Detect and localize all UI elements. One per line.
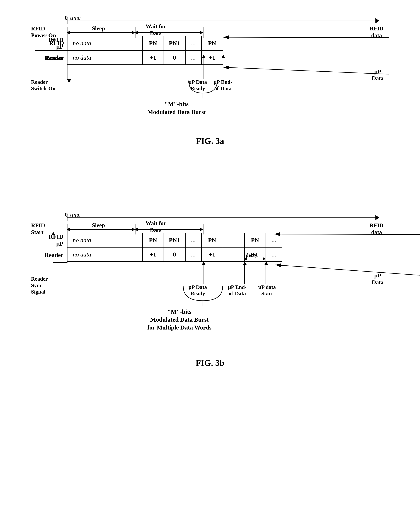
pn-cell-1: PN (142, 36, 164, 51)
time-zero: 0 (65, 14, 68, 21)
svg-line-9 (275, 265, 420, 276)
pn-cell-2: PN (201, 36, 223, 51)
rfid-label-3b: RFID (48, 233, 63, 240)
row-labels-left-3b: RFID μP Reader (31, 233, 66, 262)
reader-sync-shaft (52, 233, 53, 263)
wait-label-3b: Wait forData (146, 220, 166, 234)
time-axis-arrow (375, 18, 379, 23)
up-data-ready-vline-3a (203, 55, 203, 79)
fig3b-caption: FIG. 3b (31, 358, 389, 368)
time-zero-3b: 0 (65, 211, 68, 218)
dots-cell-2-3b: ... (266, 233, 282, 247)
up-label-3a: μP (56, 43, 63, 50)
up-end-data-vline-3b (244, 262, 245, 284)
plus1-cell-2-3b: +1 (201, 247, 223, 262)
up-data-start-head-3b (264, 262, 268, 265)
up-data-ready-label-3b: μP DataReady (189, 284, 207, 297)
wait-arrow-3b (135, 227, 203, 232)
rfid-label-3a: RFID (48, 37, 63, 43)
dots-cell-3-3b: ... (185, 247, 201, 262)
reader-label-3a-wrapper: Reader (31, 51, 66, 66)
rfid-up-label: RFID μP (31, 36, 66, 51)
reader-switchon-label: ReaderSwitch-On (31, 79, 56, 92)
zero-cell-1: 0 (164, 51, 185, 65)
pn-cell-2-3b: PN (201, 233, 223, 247)
rfid-up-label-3b: RFID μP (31, 233, 66, 247)
svg-line-2 (224, 67, 389, 75)
reader-no-data-3b: no data (67, 247, 142, 262)
row-labels-left: RFID μP Reader (31, 36, 66, 66)
dots-cell-1: ... (185, 36, 201, 51)
reader-sync-hline (52, 262, 68, 263)
dots-cell-4-3b: ... (266, 247, 282, 262)
svg-line-0 (224, 37, 389, 37)
reader-sync-label: ReaderSyncSignal (31, 276, 48, 295)
pn-cell-1-3b: PN (142, 233, 164, 247)
reader-label-3b: Reader (45, 252, 64, 258)
up-data-right-label-3a: μPData (372, 68, 384, 82)
rfid-data-label-3b: RFIDdata (369, 222, 383, 236)
up-end-data-label-3a: μP End-of-Data (214, 79, 232, 92)
empty-cell-2-3b (223, 247, 244, 262)
time-label-3b: time (70, 211, 81, 218)
rfid-no-data: no data (67, 36, 142, 51)
pn1-cell-1: PN1 (164, 36, 185, 51)
reader-switchon-arrow-head (67, 79, 71, 83)
plus1-cell-1-3b: +1 (142, 247, 164, 262)
up-data-ready-head-3b (202, 262, 205, 265)
figure-3a: 0 time RFIDPower-On RFID Reader n (31, 14, 389, 190)
reader-sync-arrow-head (52, 232, 55, 235)
zero-cell-1-3b: 0 (164, 247, 185, 262)
reader-switchon-hline (52, 65, 68, 65)
figure-container: 0 time RFIDPower-On RFID Reader n (22, 14, 398, 437)
figure-3b: 0 time RFIDStart Sleep Wait forData (31, 211, 389, 426)
pn-cell-3-3b: PN (244, 233, 266, 247)
pn1-cell-1-3b: PN1 (164, 233, 185, 247)
up-data-start-label-3b: μP dataStart (258, 284, 276, 297)
modulated-burst-label-3a: "M"-bitsModulated Data Burst (147, 100, 206, 116)
up-end-data-vline-3a (223, 55, 223, 79)
rfid-data-label-3a: RFIDdata (369, 25, 383, 39)
dots-cell-1-3b: ... (185, 233, 201, 247)
rfid-up-row-3b: no data PN PN1 ... PN PN ... (67, 233, 282, 247)
fig3a-caption: FIG. 3a (31, 136, 389, 146)
time-axis-line (67, 21, 378, 21)
up-end-data-label-3b: μP End-of-Data (228, 284, 247, 297)
time-label-3a: time (70, 14, 81, 21)
wait-label-3a: Wait forData (146, 23, 166, 37)
up-end-data-head-3a (222, 55, 225, 58)
empty-cell-1-3b (223, 233, 244, 247)
up-data-right-label-3b: μPData (372, 272, 384, 286)
dots-cell-2: ... (185, 51, 201, 65)
up-data-start-vline-3b (266, 262, 266, 284)
rfid-up-row: no data PN PN1 ... PN (67, 36, 223, 51)
up-data-ready-label-3a: μP DataReady (189, 79, 207, 92)
reader-label-3b-wrapper: Reader (31, 247, 66, 262)
up-data-ready-vline-3b (203, 262, 203, 284)
reader-no-data: no data (67, 51, 142, 65)
rfid-no-data-3b: no data (67, 233, 142, 247)
plus1-cell-1: +1 (142, 51, 164, 65)
up-data-ready-head-3a (202, 55, 205, 58)
time-axis-arrow-3b (375, 215, 379, 220)
reader-switchon-head-2 (52, 39, 55, 43)
svg-line-7 (275, 234, 420, 234)
reader-row: no data +1 0 ... +1 (67, 51, 223, 65)
up-label-3b: μP (56, 240, 63, 247)
up-end-data-head-3b (243, 262, 247, 265)
modulated-burst-label-3b: "M"-bitsModulated Data Burstfor Multiple… (147, 308, 212, 332)
wait-arrow-3a (135, 30, 203, 35)
delay-label-3b: delay (246, 252, 257, 258)
reader-switchon-vline (67, 65, 68, 79)
sleep-label-3b: Sleep (92, 222, 105, 229)
reader-label-3a: Reader (45, 55, 64, 62)
wait-right-tick (203, 27, 203, 37)
time-axis-line-3b (67, 217, 378, 218)
page: 0 time RFIDPower-On RFID Reader n (0, 0, 420, 516)
sleep-label-3a: Sleep (92, 25, 105, 32)
timing-table-3a: no data PN PN1 ... PN no data +1 0 ... +… (67, 36, 223, 65)
sleep-left-tick (67, 27, 68, 37)
